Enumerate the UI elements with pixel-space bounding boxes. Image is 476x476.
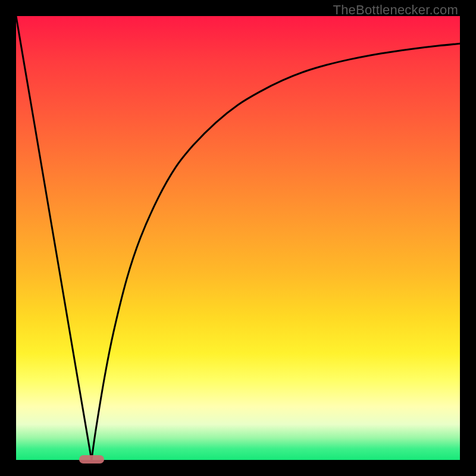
plot-area <box>16 16 460 460</box>
chart-frame: TheBottlenecker.com <box>0 0 476 476</box>
minimum-marker <box>79 455 104 464</box>
curve-layer <box>16 16 460 460</box>
watermark-text: TheBottlenecker.com <box>333 2 458 18</box>
